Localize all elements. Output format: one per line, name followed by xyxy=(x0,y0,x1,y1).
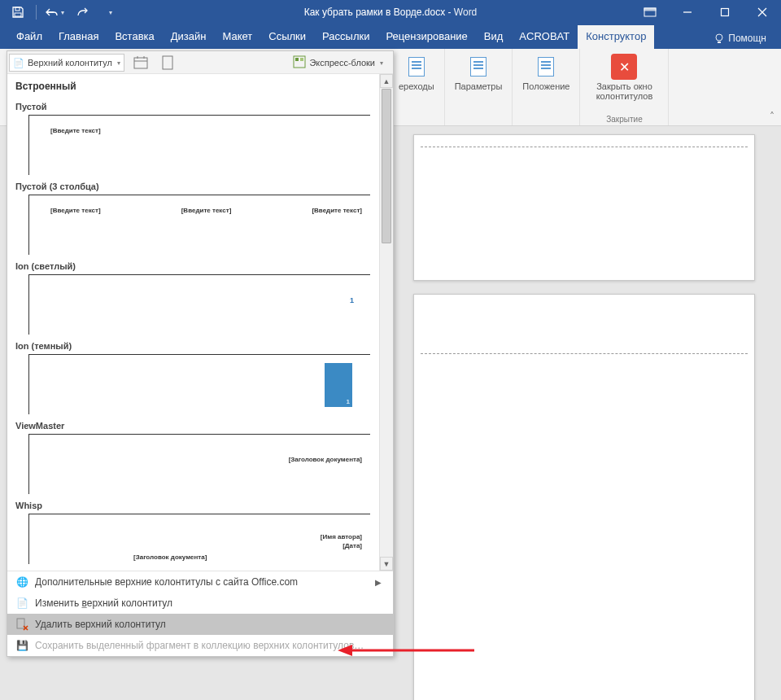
close-icon: ✕ xyxy=(611,54,637,80)
svg-marker-17 xyxy=(338,645,352,656)
gallery-footer-menu: 🌐 Дополнительные верхние колонтитулы с с… xyxy=(7,571,393,656)
title-bar: ▾ ▾ Как убрать рамки в Ворде.docx - Word xyxy=(0,0,781,24)
group-navigation: ереходы xyxy=(389,49,445,125)
gallery-item-whisp[interactable]: [Имя автора] [Дата] [Заголовок документа… xyxy=(28,514,370,564)
group-position: Положение xyxy=(513,49,580,125)
tab-constructor[interactable]: Конструктор xyxy=(578,25,654,49)
quick-access-toolbar: ▾ ▾ xyxy=(0,2,121,23)
gallery-item-empty3[interactable]: [Введите текст] [Введите текст] [Введите… xyxy=(28,195,370,255)
tab-acrobat[interactable]: ACROBAT xyxy=(511,25,578,49)
menu-save-selection: 💾 Сохранить выделенный фрагмент в коллек… xyxy=(7,635,393,656)
header-gallery-dropdown: 📄 Верхний колонтитул ▾ Экспресс-блоки ▾ … xyxy=(7,50,394,657)
menu-remove-header[interactable]: Удалить верхний колонтитул xyxy=(7,614,393,635)
position-button[interactable]: Положение xyxy=(517,52,574,93)
svg-rect-11 xyxy=(163,56,172,69)
svg-rect-15 xyxy=(17,619,24,628)
svg-rect-1 xyxy=(15,13,21,16)
scroll-down-button[interactable]: ▼ xyxy=(380,557,393,571)
quick-parts-icon xyxy=(293,55,306,70)
close-header-footer-button[interactable]: ✕ Закрыть окно колонтитулов xyxy=(585,52,663,103)
save-button[interactable] xyxy=(7,2,29,23)
undo-button[interactable]: ▾ xyxy=(43,2,66,23)
document-icon: 📄 xyxy=(13,58,24,68)
document-info-button[interactable] xyxy=(159,53,180,72)
quick-parts-button[interactable]: Экспресс-блоки ▾ xyxy=(290,54,386,72)
app-name: Word xyxy=(454,7,477,18)
group-close: ✕ Закрыть окно колонтитулов Закрытие xyxy=(580,49,669,125)
ribbon-tabs: Файл Главная Вставка Дизайн Макет Ссылки… xyxy=(0,24,781,49)
gallery-item-label: Whisp xyxy=(14,496,374,514)
ribbon-display-options[interactable] xyxy=(631,0,669,24)
scroll-thumb[interactable] xyxy=(382,89,391,243)
minimize-button[interactable] xyxy=(669,0,706,24)
svg-rect-5 xyxy=(722,9,729,16)
group-options: Параметры xyxy=(445,49,513,125)
qat-customize-button[interactable]: ▾ xyxy=(98,2,121,23)
office-icon: 🌐 xyxy=(15,575,28,588)
gallery-item-ion-light[interactable]: 1 xyxy=(28,274,370,335)
tab-view[interactable]: Вид xyxy=(476,25,512,49)
svg-rect-3 xyxy=(644,8,656,11)
annotation-arrow xyxy=(338,643,476,658)
edit-icon: 📄 xyxy=(15,597,28,610)
redo-button[interactable] xyxy=(71,2,94,23)
gallery-item-label: Ion (темный) xyxy=(14,336,374,354)
header-gallery-list[interactable]: Встроенный Пустой [Введите текст] Пустой… xyxy=(7,74,379,571)
tab-layout[interactable]: Макет xyxy=(214,25,260,49)
tab-design[interactable]: Дизайн xyxy=(163,25,215,49)
parameters-icon xyxy=(465,54,491,80)
tell-me-search[interactable]: Помощн xyxy=(707,28,773,49)
document-name: Как убрать рамки в Ворде.docx xyxy=(304,7,445,18)
tab-review[interactable]: Рецензирование xyxy=(377,25,475,49)
gallery-item-label: Ion (светлый) xyxy=(14,256,374,274)
tab-home[interactable]: Главная xyxy=(50,25,107,49)
close-window-button[interactable] xyxy=(744,0,781,24)
group-label-close: Закрытие xyxy=(606,113,642,124)
transitions-button[interactable]: ереходы xyxy=(394,52,439,93)
svg-rect-14 xyxy=(300,58,303,61)
document-page[interactable] xyxy=(413,134,755,281)
svg-rect-13 xyxy=(295,58,299,61)
delete-icon xyxy=(15,618,28,631)
collapse-ribbon-button[interactable]: ˄ xyxy=(770,111,774,122)
navigation-icon xyxy=(404,54,430,80)
svg-rect-7 xyxy=(134,58,147,68)
scroll-up-button[interactable]: ▲ xyxy=(380,74,393,88)
gallery-item-label: Пустой xyxy=(14,97,374,115)
save-selection-icon: 💾 xyxy=(15,639,28,652)
maximize-button[interactable] xyxy=(706,0,744,24)
svg-point-6 xyxy=(716,34,722,41)
tab-file[interactable]: Файл xyxy=(8,25,50,49)
window-title: Как убрать рамки в Ворде.docx - Word xyxy=(304,7,478,18)
tab-insert[interactable]: Вставка xyxy=(107,25,162,49)
tab-references[interactable]: Ссылки xyxy=(260,25,314,49)
gallery-scrollbar[interactable]: ▲ ▼ xyxy=(379,74,393,571)
parameters-button[interactable]: Параметры xyxy=(450,52,508,93)
date-time-button[interactable] xyxy=(131,53,152,72)
chevron-right-icon: ▶ xyxy=(375,578,385,587)
tab-mailings[interactable]: Рассылки xyxy=(314,25,377,49)
window-controls xyxy=(631,0,781,24)
gallery-item-ion-dark[interactable]: 1 xyxy=(28,354,370,414)
menu-edit-header[interactable]: 📄 Изменить верхний колонтитул xyxy=(7,593,393,614)
gallery-item-label: Пустой (3 столбца) xyxy=(14,177,374,195)
gallery-section-builtin: Встроенный xyxy=(14,77,374,97)
gallery-item-viewmaster[interactable]: [Заголовок документа] xyxy=(28,434,370,494)
gallery-item-label: ViewMaster xyxy=(14,416,374,434)
document-page[interactable] xyxy=(413,294,755,700)
position-icon xyxy=(533,54,559,80)
header-dropdown-button[interactable]: 📄 Верхний колонтитул ▾ xyxy=(9,54,124,72)
menu-more-from-office[interactable]: 🌐 Дополнительные верхние колонтитулы с с… xyxy=(7,571,393,593)
gallery-item-empty[interactable]: [Введите текст] xyxy=(28,115,370,175)
